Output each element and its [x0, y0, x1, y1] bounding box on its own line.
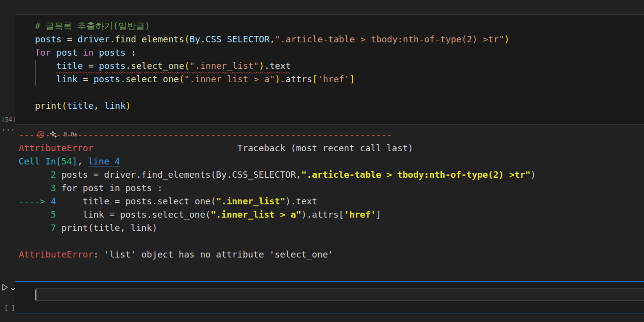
- play-icon[interactable]: [1, 283, 9, 293]
- output-line: AttributeError: 'list' object has no att…: [19, 248, 644, 261]
- output-line: AttributeError Traceback (most recent ca…: [19, 141, 644, 155]
- run-cell-button[interactable]: [1, 283, 16, 294]
- output-line: 2 posts = driver.find_elements(By.CSS_SE…: [19, 168, 644, 181]
- output-line: 3 for post in posts :: [19, 181, 644, 194]
- pending-execution-count: [ ]: [4, 305, 15, 312]
- output-collapse-indicator[interactable]: ...: [1, 124, 15, 132]
- notebook-page: { "code_cell": { "execution_count": "[54…: [0, 0, 644, 322]
- output-line: 7 print(title, link): [19, 221, 644, 234]
- output-line: Cell In[54], line 4: [19, 155, 644, 168]
- output-line: ----------------------------------------…: [19, 128, 644, 141]
- traceback-link[interactable]: line 4: [88, 156, 120, 166]
- output-line: [19, 234, 644, 248]
- code-line: # 글목록 추출하기(일반글): [35, 19, 644, 32]
- code-line: [35, 86, 644, 99]
- cell-editor[interactable]: # 글목록 추출하기(일반글)posts = driver.find_eleme…: [35, 19, 644, 112]
- text-cursor: [35, 290, 36, 300]
- code-line: print(title, link): [35, 99, 644, 112]
- code-line: link = posts.select_one(".inner_list > a…: [35, 72, 644, 86]
- traceback-output: ----------------------------------------…: [19, 128, 644, 261]
- current-line-highlight[interactable]: [35, 288, 644, 301]
- input-cell[interactable]: [15, 281, 644, 314]
- execution-count: [54]: [1, 116, 16, 123]
- output-line: ----> 4 title = posts.select_one(".inner…: [19, 194, 644, 208]
- code-line: title = posts.select_one(".inner_list").…: [35, 59, 644, 72]
- traceback-link[interactable]: 4: [51, 196, 56, 206]
- code-line: for post in posts :: [35, 46, 644, 59]
- output-line: 5 link = posts.select_one(".inner_list >…: [19, 208, 644, 221]
- code-line: posts = driver.find_elements(By.CSS_SELE…: [35, 32, 644, 46]
- code-cell[interactable]: # 글목록 추출하기(일반글)posts = driver.find_eleme…: [15, 14, 644, 125]
